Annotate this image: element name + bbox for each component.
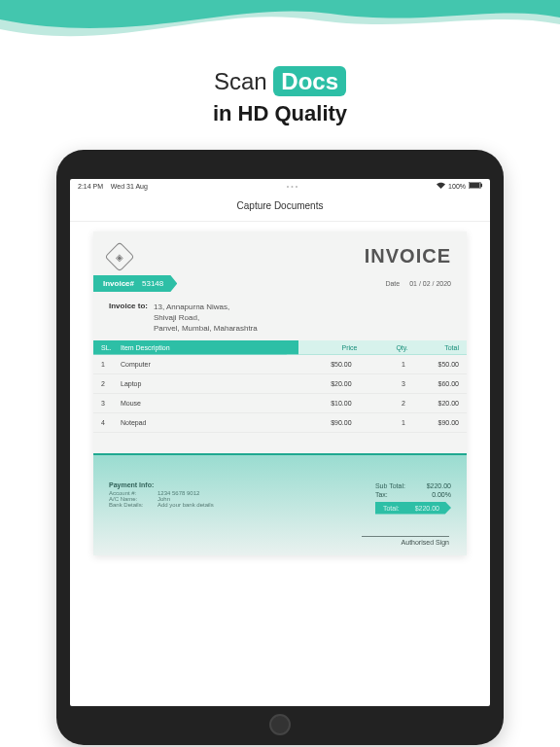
payment-title: Payment Info:	[109, 481, 214, 488]
brand-highlight: Docs	[273, 66, 346, 96]
document-area[interactable]: ◈ INVOICE Invoice# 53148 Date 01 / 02 / …	[70, 222, 490, 565]
table-row: 4Notepad $90.001$90.00	[93, 413, 467, 433]
invoice-date: 01 / 02 / 2020	[409, 280, 451, 287]
tablet-screen: 2:14 PM Wed 31 Aug • • • 100% Capture Do…	[70, 179, 490, 706]
authorised-sign-label: Authorised Sign	[362, 536, 449, 546]
invoice-number: 53148	[142, 279, 163, 288]
status-battery: 100%	[448, 183, 466, 190]
status-date: Wed 31 Aug	[111, 183, 148, 190]
status-bar: 2:14 PM Wed 31 Aug • • • 100%	[70, 179, 490, 193]
table-row: 2Laptop $20.003$60.00	[93, 374, 467, 394]
scanned-document: ◈ INVOICE Invoice# 53148 Date 01 / 02 / …	[93, 231, 467, 555]
decorative-wave	[0, 0, 560, 58]
col-total: Total	[408, 344, 459, 351]
invoice-to-label: Invoice to:	[109, 302, 148, 335]
page-title: Capture Documents	[70, 193, 490, 222]
invoice-to-line2: Shivaji Road,	[154, 312, 258, 323]
marketing-subline: in HD Quality	[0, 101, 560, 126]
table-body: 1Computer $50.001$50.00 2Laptop $20.003$…	[93, 355, 467, 433]
statusbar-center-dots: • • •	[287, 183, 298, 190]
home-button-icon[interactable]	[269, 714, 291, 735]
tablet-frame: 2:14 PM Wed 31 Aug • • • 100% Capture Do…	[56, 150, 504, 745]
invoice-to-line1: 13, Annapurna Niwas,	[154, 302, 258, 312]
invoice-date-label: Date	[385, 280, 400, 287]
battery-icon	[469, 182, 482, 190]
col-qty: Qty.	[357, 344, 407, 351]
brand-prefix: Scan	[214, 68, 267, 94]
status-time: 2:14 PM	[78, 183, 103, 190]
total-ribbon: Total: $220.00	[375, 502, 451, 515]
invoice-number-label: Invoice#	[103, 279, 134, 288]
col-sl: SL.	[101, 344, 121, 351]
svg-rect-2	[480, 184, 482, 188]
table-header: SL. Item Description Price Qty. Total	[93, 340, 467, 355]
invoice-number-ribbon: Invoice# 53148	[93, 275, 177, 292]
company-logo-icon: ◈	[104, 241, 134, 271]
svg-rect-1	[470, 183, 480, 188]
totals-block: Sub Total:$220.00 Tax:0.00% Total: $220.…	[375, 481, 451, 515]
col-price: Price	[306, 344, 357, 351]
invoice-title: INVOICE	[365, 245, 451, 267]
table-row: 3Mouse $10.002$20.00	[93, 394, 467, 413]
invoice-to-line3: Panvel, Mumbai, Maharashtra	[154, 323, 258, 334]
col-desc: Item Description	[121, 344, 291, 351]
table-row: 1Computer $50.001$50.00	[93, 355, 467, 374]
payment-info: Payment Info: Account #:1234 5678 9012 A…	[109, 481, 214, 515]
wifi-icon	[437, 182, 445, 190]
